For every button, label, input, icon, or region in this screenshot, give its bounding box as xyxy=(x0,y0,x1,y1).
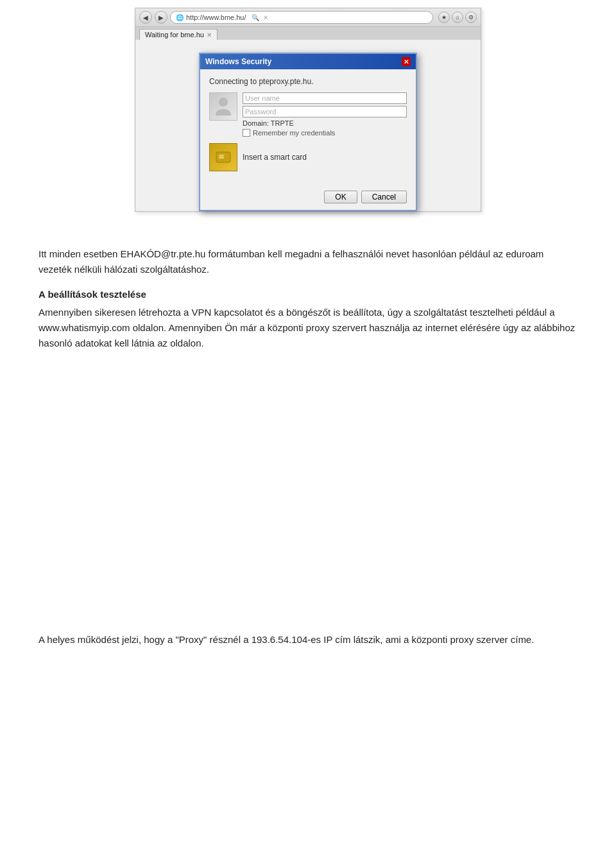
dialog-buttons: OK Cancel xyxy=(200,187,416,210)
remember-checkbox[interactable] xyxy=(243,129,250,137)
password-placeholder: Password xyxy=(245,108,276,116)
tab-close-icon[interactable]: ✕ xyxy=(207,31,212,39)
forward-button[interactable]: ▶ xyxy=(155,11,167,24)
remember-label: Remember my credentials xyxy=(253,129,335,137)
dialog-title-text: Windows Security xyxy=(205,57,271,66)
dialog-close-button[interactable]: ✕ xyxy=(402,57,411,66)
close-icon[interactable]: ✕ xyxy=(263,14,268,21)
browser-content-area: Windows Security ✕ Connecting to pteprox… xyxy=(135,40,481,211)
paragraph-2: Amennyiben sikeresen létrehozta a VPN ka… xyxy=(38,305,578,351)
browser-tab[interactable]: Waiting for bme.hu ✕ xyxy=(139,29,218,40)
globe-icon: 🌐 xyxy=(176,14,184,21)
username-placeholder: User name xyxy=(245,94,280,102)
username-input[interactable]: User name xyxy=(243,92,407,104)
star-button[interactable]: ★ xyxy=(438,12,450,23)
smartcard-label: Insert a smart card xyxy=(243,153,307,162)
domain-label: Domain: TRPTE xyxy=(243,119,407,127)
tab-label: Waiting for bme.hu xyxy=(145,31,204,39)
home-button[interactable]: ⌂ xyxy=(452,12,463,23)
password-input[interactable]: Password xyxy=(243,106,407,117)
credentials-section: User name Password Domain: TRPTE Remembe… xyxy=(209,92,407,137)
search-icon: 🔍 xyxy=(252,14,259,21)
dialog-titlebar: Windows Security ✕ xyxy=(200,54,416,69)
cancel-button[interactable]: Cancel xyxy=(361,191,407,203)
forward-icon: ▶ xyxy=(158,14,164,21)
address-text: http://www.bme.hu/ xyxy=(186,13,246,21)
person-icon xyxy=(209,92,237,121)
paragraph-1: Itt minden esetben EHAKÓD@tr.pte.hu form… xyxy=(38,246,578,277)
section-heading: A beállítások tesztelése xyxy=(38,289,578,300)
remember-credentials-row[interactable]: Remember my credentials xyxy=(243,129,407,137)
svg-point-0 xyxy=(219,98,228,107)
smartcard-icon xyxy=(209,143,237,171)
paragraph-3: A helyes működést jelzi, hogy a "Proxy" … xyxy=(38,632,578,647)
settings-button[interactable]: ⚙ xyxy=(465,12,477,23)
dialog-subtitle: Connecting to pteproxy.pte.hu. xyxy=(209,77,407,86)
empty-space xyxy=(38,363,578,632)
address-bar[interactable]: 🌐 http://www.bme.hu/ 🔍 ✕ xyxy=(170,11,433,24)
credential-fields: User name Password Domain: TRPTE Remembe… xyxy=(243,92,407,137)
ok-button[interactable]: OK xyxy=(324,191,357,203)
back-icon: ◀ xyxy=(143,14,148,21)
back-button[interactable]: ◀ xyxy=(139,11,152,24)
main-content: Itt minden esetben EHAKÓD@tr.pte.hu form… xyxy=(0,227,616,678)
smartcard-section: Insert a smart card xyxy=(209,143,407,171)
windows-security-dialog: Windows Security ✕ Connecting to pteprox… xyxy=(199,53,417,211)
